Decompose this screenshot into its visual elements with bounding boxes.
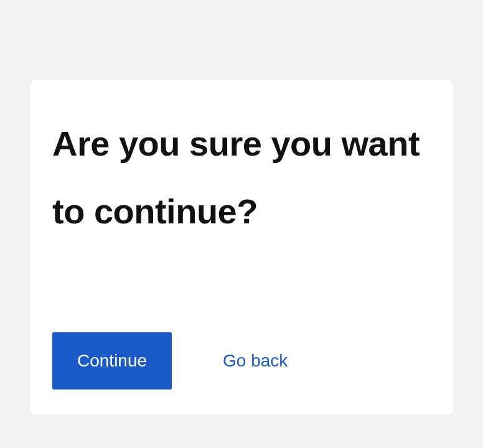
confirmation-dialog: Are you sure you want to continue? Conti…	[30, 80, 453, 414]
dialog-title: Are you sure you want to continue?	[52, 110, 431, 245]
continue-button[interactable]: Continue	[52, 332, 172, 390]
dialog-actions: Continue Go back	[52, 332, 431, 390]
go-back-button[interactable]: Go back	[222, 332, 289, 390]
